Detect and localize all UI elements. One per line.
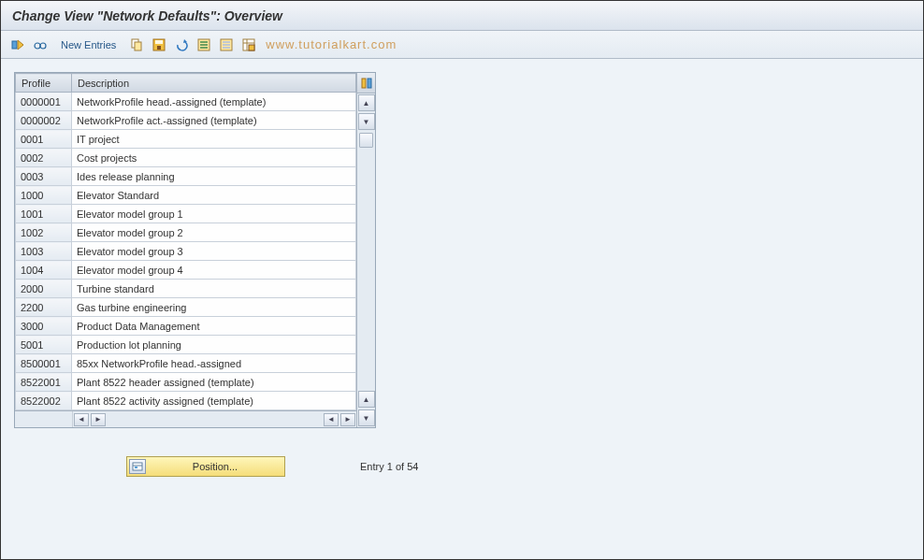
- content-area: Profile Description 0000001NetworkProfil…: [1, 59, 923, 490]
- profile-cell[interactable]: 5001: [16, 336, 72, 354]
- description-cell[interactable]: NetworkProfile head.-assigned (template): [72, 93, 356, 111]
- scroll-right-end-icon[interactable]: ►: [340, 413, 355, 426]
- svg-rect-16: [223, 47, 230, 49]
- table-row[interactable]: 0003Ides release planning: [16, 167, 356, 186]
- profile-cell[interactable]: 1003: [16, 242, 72, 261]
- position-button[interactable]: Position...: [126, 456, 285, 477]
- description-cell[interactable]: Elevator Standard: [72, 186, 356, 205]
- scroll-down-end-icon[interactable]: ▼: [358, 409, 375, 426]
- description-cell[interactable]: 85xx NetworkProfile head.-assigned: [72, 354, 356, 373]
- profile-cell[interactable]: 8522001: [16, 373, 72, 392]
- svg-rect-8: [157, 46, 161, 50]
- profile-cell[interactable]: 2200: [16, 298, 72, 317]
- profile-cell[interactable]: 0001: [16, 130, 72, 149]
- scroll-left-icon[interactable]: ◄: [74, 413, 89, 426]
- table-row[interactable]: 1000Elevator Standard: [16, 186, 356, 205]
- description-cell[interactable]: Product Data Management: [72, 317, 356, 336]
- table-row[interactable]: 8522002Plant 8522 activity assigned (tem…: [16, 392, 356, 410]
- scroll-right-icon[interactable]: ►: [91, 413, 106, 426]
- table-row[interactable]: 2000Turbine standard: [16, 280, 356, 298]
- description-cell[interactable]: Elevator model group 4: [72, 261, 356, 280]
- svg-rect-20: [249, 45, 254, 50]
- column-header-profile[interactable]: Profile: [16, 74, 72, 93]
- table-row[interactable]: 0001IT project: [16, 130, 356, 149]
- profile-cell[interactable]: 0002: [16, 149, 72, 167]
- table-settings-icon[interactable]: [239, 36, 258, 54]
- scroll-up-end-icon[interactable]: ▲: [358, 391, 375, 408]
- data-table: Profile Description 0000001NetworkProfil…: [15, 73, 356, 410]
- horizontal-scrollbar[interactable]: ◄ ► ◄ ►: [15, 410, 356, 427]
- position-button-label: Position...: [152, 461, 279, 472]
- table-row[interactable]: 850000185xx NetworkProfile head.-assigne…: [16, 354, 356, 373]
- side-column: ▲ ▼ ▲ ▼: [356, 73, 375, 427]
- table-container: Profile Description 0000001NetworkProfil…: [14, 72, 376, 428]
- profile-cell[interactable]: 0003: [16, 167, 72, 186]
- toolbar: New Entries www.tutorialkart.com: [1, 31, 923, 59]
- description-cell[interactable]: IT project: [72, 130, 356, 149]
- copy-icon[interactable]: [127, 36, 146, 54]
- description-cell[interactable]: Elevator model group 1: [72, 205, 356, 223]
- description-cell[interactable]: Gas turbine engineering: [72, 298, 356, 317]
- new-entries-button[interactable]: New Entries: [53, 39, 123, 50]
- description-cell[interactable]: Plant 8522 activity assigned (template): [72, 392, 356, 410]
- footer-row: Position... Entry 1 of 54: [14, 456, 910, 477]
- save-icon[interactable]: [150, 36, 168, 54]
- description-cell[interactable]: Production lot planning: [72, 336, 356, 354]
- vertical-scrollbar[interactable]: ▲ ▼ ▲ ▼: [357, 93, 375, 427]
- column-header-description[interactable]: Description: [72, 74, 356, 93]
- scroll-thumb[interactable]: [359, 133, 373, 148]
- table-row[interactable]: 3000Product Data Management: [16, 317, 356, 336]
- table-row[interactable]: 5001Production lot planning: [16, 336, 356, 354]
- table-row[interactable]: 0002Cost projects: [16, 149, 356, 167]
- svg-rect-15: [223, 44, 230, 46]
- profile-cell[interactable]: 8500001: [16, 354, 72, 373]
- scroll-up-icon[interactable]: ▲: [358, 94, 375, 111]
- description-cell[interactable]: Ides release planning: [72, 167, 356, 186]
- undo-icon[interactable]: [172, 36, 191, 54]
- profile-cell[interactable]: 8522002: [16, 392, 72, 410]
- profile-cell[interactable]: 0000001: [16, 93, 72, 111]
- table-row[interactable]: 2200Gas turbine engineering: [16, 298, 356, 317]
- svg-rect-21: [362, 79, 366, 88]
- description-cell[interactable]: NetworkProfile act.-assigned (template): [72, 111, 356, 130]
- deselect-all-icon[interactable]: [217, 36, 236, 54]
- position-icon: [129, 459, 146, 474]
- svg-rect-14: [223, 41, 230, 43]
- profile-cell[interactable]: 2000: [16, 280, 72, 298]
- select-all-icon[interactable]: [195, 36, 213, 54]
- description-cell[interactable]: Plant 8522 header assigned (template): [72, 373, 356, 392]
- table-row[interactable]: 0000001NetworkProfile head.-assigned (te…: [16, 93, 356, 111]
- scroll-down-icon[interactable]: ▼: [358, 113, 375, 130]
- svg-rect-10: [200, 41, 208, 43]
- page-title: Change View "Network Defaults": Overview: [12, 8, 282, 23]
- table-row[interactable]: 8522001Plant 8522 header assigned (templ…: [16, 373, 356, 392]
- svg-rect-25: [135, 467, 137, 468]
- profile-cell[interactable]: 0000002: [16, 111, 72, 130]
- svg-point-2: [40, 43, 46, 49]
- entry-count-text: Entry 1 of 54: [360, 461, 418, 472]
- description-cell[interactable]: Turbine standard: [72, 280, 356, 298]
- description-cell[interactable]: Elevator model group 2: [72, 223, 356, 242]
- description-cell[interactable]: Cost projects: [72, 149, 356, 167]
- table-row[interactable]: 1003Elevator model group 3: [16, 242, 356, 261]
- profile-cell[interactable]: 1004: [16, 261, 72, 280]
- svg-rect-22: [368, 79, 371, 88]
- table-row[interactable]: 1001Elevator model group 1: [16, 205, 356, 223]
- watermark-text: www.tutorialkart.com: [266, 37, 397, 51]
- table-row[interactable]: 1002Elevator model group 2: [16, 223, 356, 242]
- scroll-left-end-icon[interactable]: ◄: [324, 413, 339, 426]
- glasses-icon[interactable]: [31, 36, 50, 54]
- table-row[interactable]: 1004Elevator model group 4: [16, 261, 356, 280]
- svg-rect-11: [200, 44, 208, 46]
- description-cell[interactable]: Elevator model group 3: [72, 242, 356, 261]
- profile-cell[interactable]: 1001: [16, 205, 72, 223]
- table-row[interactable]: 0000002NetworkProfile act.-assigned (tem…: [16, 111, 356, 130]
- profile-cell[interactable]: 1000: [16, 186, 72, 205]
- title-bar: Change View "Network Defaults": Overview: [1, 1, 923, 31]
- profile-cell[interactable]: 1002: [16, 223, 72, 242]
- profile-cell[interactable]: 3000: [16, 317, 72, 336]
- configure-columns-icon[interactable]: [357, 73, 375, 93]
- display-change-toggle-icon[interactable]: [8, 36, 27, 54]
- table-header-row: Profile Description: [16, 74, 356, 93]
- svg-point-1: [35, 43, 40, 49]
